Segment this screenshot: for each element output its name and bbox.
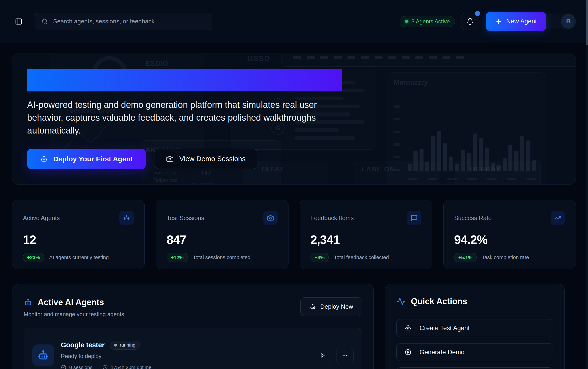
deploy-first-agent-label: Deploy Your First Agent <box>53 155 133 163</box>
deploy-new-button[interactable]: Deploy New <box>300 297 362 316</box>
stat-delta-badge: +8% <box>311 253 329 262</box>
stat-value: 847 <box>167 233 277 247</box>
stats-row: Active Agents 12 +23% AI agents currentl… <box>12 200 576 269</box>
play-icon <box>319 352 326 359</box>
camera-icon <box>166 155 174 163</box>
stat-title: Test Sessions <box>167 215 204 222</box>
dashboard-page: 3 Agents Active New Agent B <box>0 0 588 369</box>
stat-card-feedback-items: Feedback Items 2,341 +8% Total feedback … <box>300 200 432 269</box>
top-bar: 3 Agents Active New Agent B <box>0 0 588 43</box>
hero-description: AI-powered testing and demo generation p… <box>27 98 349 137</box>
backdrop-label-akettsc-row2: Teligences <box>153 177 178 183</box>
bottom-section: Active AI Agents Monitor and manage your… <box>12 284 576 369</box>
stat-caption: AI agents currently testing <box>49 254 109 260</box>
clock-icon <box>102 365 108 369</box>
agent-uptime: 1754h 20m uptime <box>111 365 151 369</box>
stat-value: 94.2% <box>454 233 565 247</box>
agents-active-badge: 3 Agents Active <box>400 16 455 27</box>
sidebar-toggle-button[interactable] <box>14 16 24 27</box>
robot-icon <box>32 344 54 366</box>
stat-caption: Total sessions completed <box>193 254 251 260</box>
hero-cta-row: Deploy Your First Agent View Demo Sessio… <box>27 149 561 169</box>
bell-icon <box>466 18 474 25</box>
search-input[interactable] <box>53 18 206 25</box>
quick-action-partial-button[interactable] <box>396 367 553 369</box>
robot-icon <box>310 304 316 310</box>
robot-icon <box>405 325 412 332</box>
stat-card-active-agents: Active Agents 12 +23% AI agents currentl… <box>12 200 145 269</box>
create-test-agent-button[interactable]: Create Test Agent <box>396 319 553 337</box>
active-agents-panel: Active AI Agents Monitor and manage your… <box>12 284 374 369</box>
view-demo-sessions-label: View Demo Sessions <box>179 155 245 163</box>
quick-actions-panel: Quick Actions Create Test Agent Generate… <box>385 284 565 369</box>
activity-pulse-icon <box>396 297 406 306</box>
active-agents-title: Active AI Agents <box>38 297 104 307</box>
stat-caption: Task completion rate <box>482 254 529 260</box>
check-circle-icon <box>61 365 66 369</box>
stat-card-test-sessions: Test Sessions 847 +12% Total sessions co… <box>156 200 288 269</box>
deploy-new-label: Deploy New <box>320 303 353 310</box>
backdrop-label-akettsc-row1: Dowd seat <box>152 170 177 176</box>
page-scrollbar[interactable] <box>586 0 588 369</box>
search-icon <box>42 18 48 25</box>
notifications-button[interactable] <box>461 13 479 30</box>
stat-value: 12 <box>23 233 134 247</box>
topbar-highlight-panel <box>488 14 573 29</box>
search-bar[interactable] <box>35 13 212 30</box>
agent-status-label: running <box>120 342 136 348</box>
panel-left-icon <box>15 18 23 25</box>
backdrop-label-nusented: or Nusented <box>192 182 215 184</box>
view-demo-sessions-button[interactable]: View Demo Sessions <box>154 149 257 169</box>
robot-icon <box>24 298 32 307</box>
agent-name: Google tester <box>61 341 105 349</box>
ellipsis-icon <box>342 352 348 359</box>
message-square-icon <box>407 211 421 225</box>
generate-demo-button[interactable]: Generate Demo <box>396 343 553 361</box>
green-status-dot <box>405 20 408 23</box>
trending-up-icon <box>551 211 565 225</box>
main-content: ESDIO Secriver Unjet USSD A G Marinizzry <box>0 53 588 369</box>
hero-content: AI-powered testing and demo generation p… <box>12 54 576 169</box>
active-agents-subtitle: Monitor and manage your testing agents <box>24 311 124 318</box>
stat-card-success-rate: Success Rate 94.2% +5.1% Task completion… <box>443 200 576 269</box>
camera-icon <box>263 211 278 225</box>
quick-actions-title: Quick Actions <box>411 297 467 306</box>
status-dot <box>114 344 117 347</box>
stat-title: Active Agents <box>23 215 60 222</box>
generate-demo-label: Generate Demo <box>420 349 464 356</box>
agent-row-google-tester[interactable]: Google tester running Ready to deploy <box>24 328 362 369</box>
create-test-agent-label: Create Test Agent <box>420 325 470 332</box>
stat-title: Feedback Items <box>311 215 354 222</box>
hero-card: ESDIO Secriver Unjet USSD A G Marinizzry <box>12 53 576 184</box>
agents-active-label: 3 Agents Active <box>411 18 450 25</box>
agent-sessions: 0 sessions <box>69 365 92 369</box>
stat-delta-badge: +23% <box>23 253 44 262</box>
stat-value: 2,341 <box>311 233 421 247</box>
agent-play-button[interactable] <box>314 347 331 364</box>
robot-icon <box>119 211 134 225</box>
stat-caption: Total feedback collected <box>334 254 389 260</box>
stat-delta-badge: +5.1% <box>454 253 477 262</box>
agent-state-text: Ready to deploy <box>61 353 151 359</box>
robot-icon <box>40 155 48 163</box>
notification-dot <box>475 11 480 16</box>
agent-more-button[interactable] <box>336 347 354 364</box>
deploy-first-agent-button[interactable]: Deploy Your First Agent <box>27 149 146 169</box>
stat-delta-badge: +12% <box>167 253 188 262</box>
play-circle-icon <box>405 349 412 356</box>
scrollbar-thumb[interactable] <box>586 0 588 45</box>
agent-status-badge: running <box>110 341 140 349</box>
hero-gradient-banner <box>27 69 342 92</box>
stat-title: Success Rate <box>454 215 492 222</box>
